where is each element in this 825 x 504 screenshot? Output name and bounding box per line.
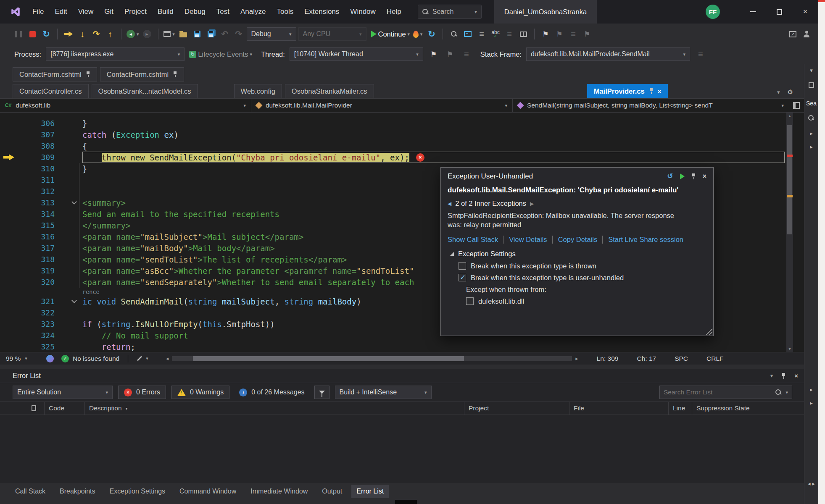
scroll-down-icon[interactable]: ▾ [786, 346, 793, 351]
bookmark-window-button[interactable]: ≡ [567, 26, 579, 42]
menu-item[interactable]: Help [381, 0, 407, 24]
chevron-right-icon[interactable]: ▸ [804, 400, 818, 406]
save-button[interactable] [191, 26, 203, 42]
exception-setting-checkbox[interactable]: Break when this exception type is thrown [459, 262, 706, 270]
vertical-scrollbar[interactable]: ▴ ▾ [786, 113, 793, 352]
code-outline-button[interactable]: ≡ [503, 26, 515, 42]
step-into-button[interactable]: ↓ [76, 26, 88, 42]
toolbar-overflow-button[interactable]: ≡ [695, 47, 706, 62]
search-panel-tab[interactable]: Sea [804, 100, 818, 107]
step-out-button[interactable]: ↑ [104, 26, 116, 42]
menu-item[interactable]: Debug [179, 0, 211, 24]
menu-item[interactable]: Extensions [299, 0, 345, 24]
chevron-down-icon[interactable]: ▾ [785, 390, 788, 395]
document-tab[interactable]: ContactForm.cshtml [13, 67, 97, 81]
breakpoint-margin[interactable] [0, 186, 19, 197]
column-header[interactable]: Line ▾ [669, 402, 692, 415]
scrollbar-thumb[interactable] [193, 356, 464, 361]
chevron-right-icon[interactable]: ▸ [804, 144, 818, 150]
pin-icon[interactable] [781, 373, 786, 379]
stack-frame-dropdown[interactable]: dufeksoft.lib.Mail.MailProvider.SendMail… [526, 47, 690, 61]
close-icon[interactable]: × [703, 173, 706, 180]
horizontal-scrollbar[interactable] [172, 356, 572, 361]
editor-health-icon[interactable] [46, 355, 54, 362]
expander-icon[interactable] [450, 252, 454, 256]
column-header[interactable]: Description ▾ [85, 402, 464, 415]
menu-item[interactable]: Analyze [235, 0, 271, 24]
project-dropdown[interactable]: C# dufeksoft.lib ▾ [0, 99, 251, 112]
document-tab[interactable]: ContactForm.cshtml [100, 67, 185, 81]
previous-exception-icon[interactable]: ◀ [448, 201, 451, 207]
popup-link[interactable]: Copy Details [552, 236, 598, 244]
tool-window-icon[interactable] [804, 82, 818, 88]
document-tab[interactable]: Web.config × [234, 84, 282, 98]
breakpoint-margin[interactable] [0, 341, 19, 352]
pin-icon[interactable] [691, 173, 696, 179]
column-indicator[interactable]: Ch: 17 [637, 355, 656, 362]
code-editor[interactable]: 306 } × 307 catch (Exception ex) × 308 {… [0, 113, 804, 352]
menu-item[interactable]: Build [152, 0, 179, 24]
scroll-up-icon[interactable]: ▴ [786, 113, 793, 118]
breakpoint-margin[interactable] [0, 163, 19, 174]
menu-item[interactable]: Edit [49, 0, 72, 24]
show-flagged-only-button[interactable]: ⚑ [444, 47, 456, 62]
panel-tab[interactable]: Command Window [174, 485, 241, 498]
tab-list-dropdown-icon[interactable]: ▾ [777, 89, 780, 95]
popup-link[interactable]: View Details [503, 236, 547, 244]
window-layout-button[interactable]: ▾ [163, 26, 175, 42]
panel-tab[interactable]: Immediate Window [245, 485, 313, 498]
send-feedback-button[interactable] [801, 26, 812, 42]
document-options-gear-icon[interactable]: ⚙ [788, 88, 793, 96]
error-list-body[interactable] [0, 415, 804, 482]
close-panel-icon[interactable]: × [794, 372, 798, 379]
minimize-button[interactable] [740, 0, 766, 24]
share-button[interactable]: ↗ [787, 26, 799, 42]
toggle-bookmark-button[interactable]: ⚑ [540, 26, 551, 42]
redo-button[interactable]: ↷ [233, 26, 245, 42]
menu-item[interactable]: Tools [271, 0, 299, 24]
outlining-margin[interactable] [66, 202, 82, 204]
navigate-backward-button[interactable]: ◂▾ [127, 26, 139, 42]
breakpoint-margin[interactable] [0, 140, 19, 152]
breakpoint-margin[interactable] [0, 296, 19, 307]
tab-scroll-arrows[interactable]: ◂▸ [804, 480, 818, 487]
search-input[interactable] [664, 388, 772, 396]
exception-settings-header[interactable]: Exception Settings [450, 250, 706, 258]
split-editor-icon[interactable] [793, 102, 800, 109]
flag-thread-button[interactable]: ⚑ [428, 47, 440, 62]
breakpoint-margin[interactable] [0, 174, 19, 186]
chevron-right-icon[interactable]: ▸ [804, 386, 818, 393]
lifecycle-events-button[interactable]: ↻ Lifecycle Events ▾ [189, 47, 252, 62]
step-over-button[interactable]: ↷ [90, 26, 102, 42]
history-icon[interactable]: ↺ [667, 172, 673, 181]
process-dropdown[interactable]: [8776] iisexpress.exe ▾ [46, 47, 185, 61]
menu-item[interactable]: View [73, 0, 99, 24]
solution-name[interactable]: Daniel_UmOsobnaStranka [494, 0, 597, 24]
collapse-region-icon[interactable] [71, 199, 77, 205]
outlining-margin[interactable] [66, 301, 82, 302]
menu-item[interactable]: Test [211, 0, 235, 24]
split-window-button[interactable] [517, 26, 529, 42]
continue-button[interactable]: Continue ▾ [371, 26, 410, 42]
breakpoint-margin[interactable] [0, 129, 19, 140]
pin-icon[interactable] [173, 71, 177, 77]
show-next-statement-button[interactable] [63, 26, 74, 42]
filter-button[interactable] [314, 386, 329, 399]
panel-tab[interactable]: Error List [351, 485, 389, 498]
search-box[interactable]: Search ▾ [418, 5, 482, 19]
breakpoint-margin[interactable] [0, 242, 19, 254]
warnings-toggle[interactable]: ! 0 Warnings [171, 386, 229, 399]
column-header[interactable]: Suppression State ▾ [692, 402, 804, 415]
member-dropdown[interactable]: SendMail(string mailSubject, string mail… [513, 99, 789, 112]
column-header[interactable]: ▾ [0, 402, 45, 415]
spell-check-button[interactable]: abc✓ [490, 26, 501, 42]
breakpoint-margin[interactable] [0, 318, 19, 330]
parallel-stacks-button[interactable]: ≡ [461, 47, 472, 62]
breakpoint-margin[interactable] [0, 208, 19, 220]
next-bookmark-button[interactable]: ⚑ [581, 26, 593, 42]
checkbox-icon[interactable] [466, 297, 474, 305]
continue-icon[interactable] [680, 173, 685, 179]
breakpoint-margin[interactable] [0, 118, 19, 129]
breakpoint-margin[interactable] [0, 276, 19, 288]
account-avatar[interactable]: FF [706, 5, 720, 19]
